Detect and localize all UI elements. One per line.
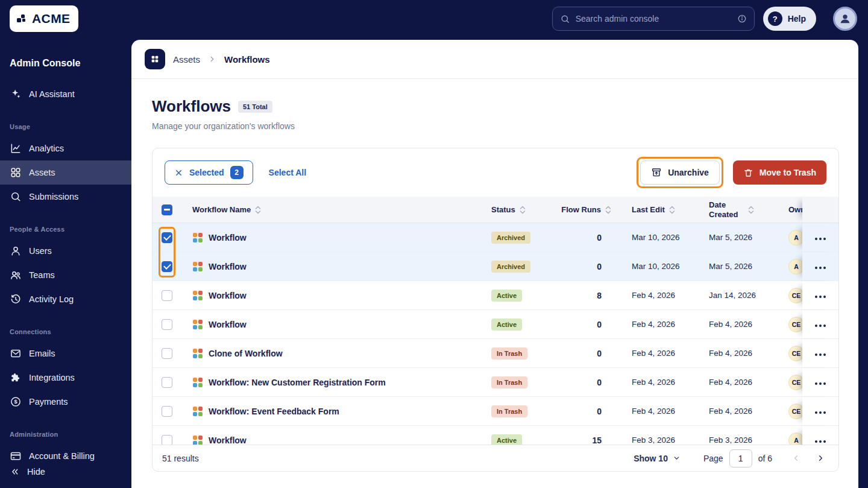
select-all-button[interactable]: Select All [269,168,307,177]
unarchive-icon [651,167,662,178]
selected-filter-button[interactable]: Selected 2 [165,160,253,185]
envelope-icon [10,347,22,360]
sidebar-item-integrations[interactable]: Integrations [0,366,131,390]
sidebar-item-users[interactable]: Users [0,239,131,263]
sort-icon[interactable] [748,205,754,215]
close-icon [174,168,183,177]
row-actions-button[interactable] [810,286,832,305]
workflow-icon [192,435,203,445]
last-edit: Feb 4, 2026 [632,349,709,358]
unarchive-button[interactable]: Unarchive [640,160,720,185]
last-edit: Feb 3, 2026 [632,436,709,445]
col-flow-runs[interactable]: Flow Runs [561,205,601,214]
previous-page-button[interactable] [788,450,804,466]
date-created: Feb 4, 2026 [709,407,787,416]
workflow-name[interactable]: Workflow: New Customer Registration Form [209,378,386,387]
row-actions-button[interactable] [810,431,832,445]
flow-runs: 0 [558,349,632,358]
hide-label: Hide [27,467,45,477]
row-checkbox[interactable] [162,348,172,359]
sort-icon[interactable] [669,205,675,215]
page-number-input[interactable] [729,449,752,467]
date-created: Feb 3, 2026 [709,436,787,445]
sort-icon[interactable] [255,205,261,215]
row-actions-button[interactable] [810,344,832,363]
workflow-name[interactable]: Workflow [209,436,247,445]
next-page-button[interactable] [813,450,829,466]
sidebar-item-label: Analytics [29,144,64,153]
sort-icon[interactable] [605,205,611,215]
row-checkbox[interactable] [162,435,172,445]
breadcrumb-current: Workflows [224,54,270,65]
user-avatar[interactable] [833,7,857,31]
sidebar-item-label: Integrations [29,373,75,382]
workflow-name[interactable]: Workflow [209,233,247,242]
workflow-name[interactable]: Workflow [209,262,247,271]
row-checkbox[interactable] [162,261,172,272]
person-icon [838,12,852,25]
sort-icon[interactable] [520,205,526,215]
status-badge: Active [491,434,522,445]
sidebar-item-submissions[interactable]: Submissions [0,185,131,209]
workflow-icon [192,319,203,330]
question-icon [768,11,782,26]
col-date-created[interactable]: Date Created [709,200,744,219]
search-input[interactable] [576,14,732,24]
row-checkbox[interactable] [162,406,172,417]
status-badge: Archived [491,261,530,273]
acme-logo[interactable]: ACME [10,5,78,32]
status-badge: In Trash [491,405,527,417]
row-actions-button[interactable] [810,315,832,334]
select-all-checkbox[interactable] [162,204,172,215]
flow-runs: 0 [558,407,632,416]
sidebar-item-analytics[interactable]: Analytics [0,136,131,160]
sidebar-item-label: AI Assistant [29,89,75,99]
chevron-right-icon [208,55,216,63]
actions-cell [802,397,838,425]
row-checkbox[interactable] [162,319,172,330]
sidebar-item-activity-log[interactable]: Activity Log [0,287,131,311]
workflow-icon [192,348,203,359]
sidebar-hide-button[interactable]: Hide [0,460,131,484]
sidebar-item-ai-assistant[interactable]: AI Assistant [0,82,131,106]
row-checkbox[interactable] [162,377,172,388]
last-edit: Feb 4, 2026 [632,291,709,300]
admin-search[interactable] [552,7,755,31]
col-status[interactable]: Status [491,205,515,214]
help-button[interactable]: Help [763,7,816,31]
show-per-page-select[interactable]: Show 10 [634,454,681,463]
sidebar-item-assets[interactable]: Assets [0,160,131,185]
sidebar-item-payments[interactable]: $ Payments [0,390,131,414]
row-checkbox[interactable] [162,290,172,301]
workflow-name[interactable]: Workflow [209,320,247,329]
page-of-label: of 6 [758,454,772,463]
sidebar-item-emails[interactable]: Emails [0,341,131,366]
flow-runs: 0 [558,378,632,387]
move-to-trash-button[interactable]: Move to Trash [733,160,826,185]
page-title: Workflows [152,97,231,116]
actions-cell [802,252,838,280]
row-actions-button[interactable] [810,228,832,247]
table-body: Workflow Archived 0 Mar 10, 2026 Mar 5, … [153,223,838,445]
sidebar-item-teams[interactable]: Teams [0,263,131,287]
workflow-name[interactable]: Workflow: Event Feedback Form [209,407,339,416]
flow-runs: 0 [558,262,632,271]
breadcrumb-assets-link[interactable]: Assets [173,54,200,65]
workflow-name[interactable]: Workflow [209,291,247,300]
col-last-edit[interactable]: Last Edit [632,205,665,214]
status-badge: In Trash [491,376,527,388]
double-chevron-left-icon [10,466,20,477]
row-actions-button[interactable] [810,402,832,420]
sidebar-item-label: Payments [29,397,68,407]
row-actions-button[interactable] [810,257,832,276]
people-icon [10,269,22,281]
last-edit: Mar 10, 2026 [632,262,709,271]
row-actions-button[interactable] [810,373,832,391]
row-checkbox[interactable] [162,232,172,243]
sidebar-section-people: People & Access [0,209,131,239]
search-icon [560,14,570,24]
total-badge: 51 Total [238,101,272,113]
col-workflow-name[interactable]: Workflow Name [192,205,251,214]
unarchive-label: Unarchive [668,168,709,177]
workflow-name[interactable]: Clone of Workflow [209,349,283,358]
